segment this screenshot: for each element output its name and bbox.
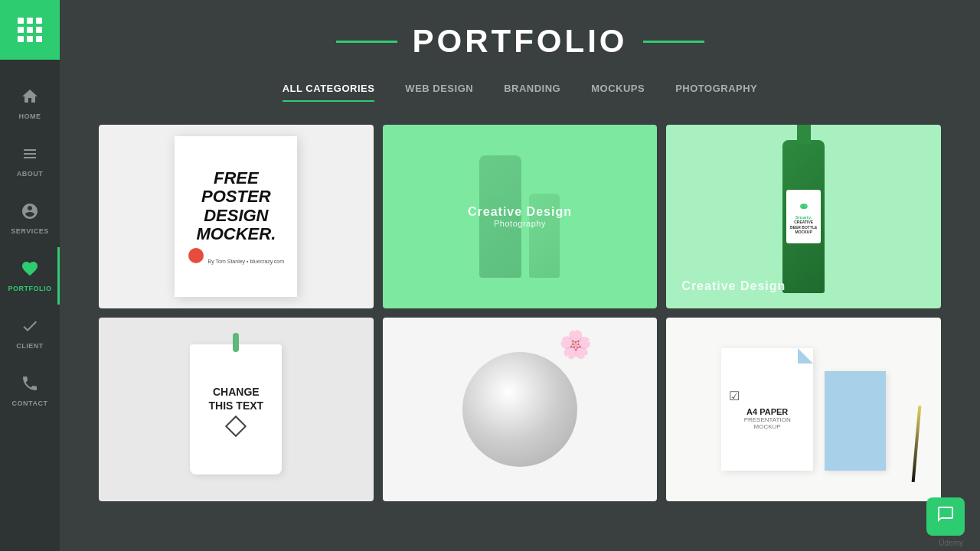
logo-dot — [18, 18, 24, 24]
about-icon — [21, 145, 39, 167]
logo-dot — [27, 18, 33, 24]
poster-text: FREEPOSTERDESIGNMOCKER. — [196, 169, 276, 243]
tab-branding[interactable]: BRANDING — [504, 83, 560, 102]
filter-tabs: ALL CATEGORIES WEB DESIGN BRANDING MOCKU… — [283, 83, 758, 102]
bag-text: CHANGETHIS TEXT — [209, 385, 264, 412]
beer-bottle: ⚭ Smarty. CREATIVEBEER BOTTLEMOCKUP — [782, 140, 825, 293]
sphere-container: 🌸 — [462, 352, 577, 467]
sidebar: HOME ABOUT SERVICES PORTFOLIO — [0, 0, 60, 551]
bag-tie — [233, 333, 239, 352]
tab-web-design[interactable]: WEB DESIGN — [405, 83, 473, 102]
sidebar-item-label-portfolio: PORTFOLIO — [8, 285, 52, 292]
chat-button[interactable] — [926, 497, 965, 536]
bag-shape: CHANGETHIS TEXT — [190, 344, 282, 474]
chat-icon — [936, 505, 955, 528]
services-icon — [21, 202, 39, 224]
portfolio-item-1[interactable]: FREEPOSTERDESIGNMOCKER. By Tom Stanley •… — [99, 125, 374, 308]
portfolio-item-1-inner: FREEPOSTERDESIGNMOCKER. By Tom Stanley •… — [99, 125, 374, 308]
logo-dot — [18, 36, 24, 42]
overlay-title-2: Creative Design — [468, 205, 572, 219]
title-line-left — [336, 41, 397, 43]
portfolio-item-6-inner: ☑ A4 PAPER PRESENTATIONMOCKUP — [666, 318, 941, 501]
portfolio-grid: FREEPOSTERDESIGNMOCKER. By Tom Stanley •… — [99, 125, 941, 501]
portfolio-item-4-inner: CHANGETHIS TEXT — [99, 318, 374, 501]
home-icon — [21, 87, 39, 109]
portfolio-item-5-inner: 🌸 — [383, 318, 658, 501]
paper-blue-accent — [825, 371, 886, 471]
tab-photography[interactable]: PHOTOGRAPHY — [675, 83, 757, 102]
sidebar-item-services[interactable]: SERVICES — [0, 190, 60, 247]
sidebar-item-label-home: HOME — [19, 112, 41, 120]
logo-dot — [36, 18, 42, 24]
page-title-container: PORTFOLIO — [336, 23, 704, 60]
bag-diamond — [225, 416, 247, 437]
logo-grid — [18, 18, 42, 42]
logo-dot — [36, 36, 42, 42]
sidebar-item-label-about: ABOUT — [17, 170, 44, 178]
portfolio-icon — [21, 259, 39, 282]
poster-badge — [188, 248, 204, 263]
portfolio-item-6[interactable]: ☑ A4 PAPER PRESENTATIONMOCKUP — [666, 318, 941, 501]
paper-mockup: ☑ A4 PAPER PRESENTATIONMOCKUP — [706, 333, 901, 486]
portfolio-item-2-inner: Creative Design Photography — [383, 125, 658, 308]
flower-branch: 🌸 — [559, 329, 593, 360]
portfolio-item-3-inner: ⚭ Smarty. CREATIVEBEER BOTTLEMOCKUP Crea… — [666, 125, 941, 308]
sidebar-nav: HOME ABOUT SERVICES PORTFOLIO — [0, 60, 60, 419]
beer-label-text: CREATIVEBEER BOTTLEMOCKUP — [790, 220, 817, 235]
main-content: PORTFOLIO ALL CATEGORIES WEB DESIGN BRAN… — [60, 0, 980, 551]
logo-dot — [27, 27, 33, 33]
beer-label-icon: ⚭ — [798, 198, 809, 215]
paper-title: A4 PAPER — [746, 407, 788, 416]
sidebar-item-label-client: CLIENT — [16, 342, 44, 350]
paper-checkbox: ☑ — [729, 389, 740, 403]
logo-button[interactable] — [0, 0, 60, 60]
sidebar-item-client[interactable]: CLIENT — [0, 305, 60, 362]
sidebar-item-label-contact: CONTACT — [12, 399, 48, 407]
logo-dot — [36, 27, 42, 33]
logo-dot — [27, 36, 33, 42]
paper-doc: ☑ A4 PAPER PRESENTATIONMOCKUP — [721, 348, 813, 471]
title-line-right — [643, 41, 704, 43]
overlay-title-3: Creative Design — [681, 279, 786, 293]
paper-corner — [798, 348, 813, 364]
sidebar-item-contact[interactable]: CONTACT — [0, 362, 60, 419]
tab-all-categories[interactable]: ALL CATEGORIES — [283, 83, 375, 102]
portfolio-item-5[interactable]: 🌸 — [383, 318, 658, 501]
sidebar-item-about[interactable]: ABOUT — [0, 132, 60, 190]
overlay-sub-2: Photography — [468, 219, 572, 228]
portfolio-item-2[interactable]: Creative Design Photography — [383, 125, 658, 308]
portfolio-item-3[interactable]: ⚭ Smarty. CREATIVEBEER BOTTLEMOCKUP Crea… — [666, 125, 941, 308]
portfolio-item-2-overlay: Creative Design Photography — [468, 205, 572, 228]
portfolio-item-4[interactable]: CHANGETHIS TEXT — [99, 318, 374, 501]
beer-bottle-neck — [797, 125, 811, 144]
sidebar-item-home[interactable]: HOME — [0, 75, 60, 132]
client-icon — [21, 317, 39, 339]
sidebar-item-portfolio[interactable]: PORTFOLIO — [0, 247, 60, 305]
poster-sub: By Tom Stanley • bluecrazy.com — [188, 248, 284, 264]
pencil — [912, 406, 922, 482]
udemy-label: Üdemy — [939, 539, 963, 547]
portfolio-item-3-overlay: Creative Design — [681, 279, 786, 293]
page-title: PORTFOLIO — [413, 23, 628, 60]
poster-mockup: FREEPOSTERDESIGNMOCKER. By Tom Stanley •… — [175, 136, 297, 297]
beer-bottle-label: ⚭ Smarty. CREATIVEBEER BOTTLEMOCKUP — [786, 190, 821, 243]
contact-icon — [21, 374, 39, 396]
sphere: 🌸 — [462, 352, 577, 467]
tab-mockups[interactable]: MOCKUPS — [591, 83, 645, 102]
paper-subtitle: PRESENTATIONMOCKUP — [744, 416, 791, 430]
beer-bottle-container: ⚭ Smarty. CREATIVEBEER BOTTLEMOCKUP Crea… — [666, 125, 941, 308]
sidebar-item-label-services: SERVICES — [11, 227, 48, 235]
logo-dot — [18, 27, 24, 33]
